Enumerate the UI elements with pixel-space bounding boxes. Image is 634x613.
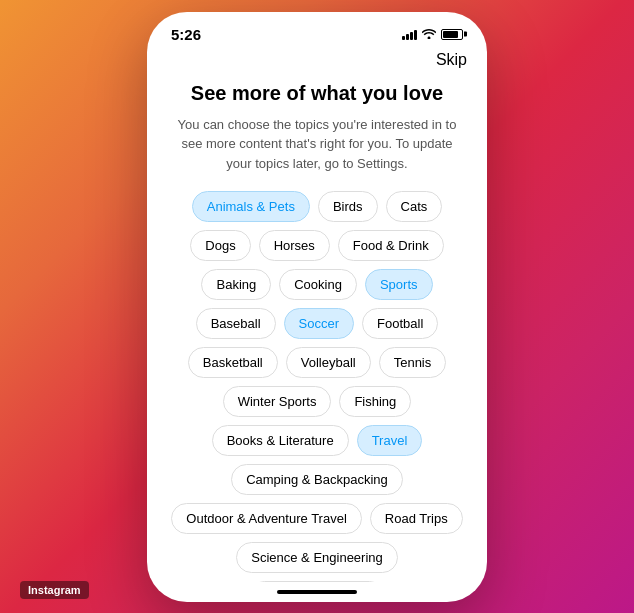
tag-fishing[interactable]: Fishing xyxy=(339,386,411,417)
tag-birds[interactable]: Birds xyxy=(318,191,378,222)
tag-cats[interactable]: Cats xyxy=(386,191,443,222)
page-subtitle: You can choose the topics you're interes… xyxy=(167,115,467,174)
tag-outdoor-adventure-travel[interactable]: Outdoor & Adventure Travel xyxy=(171,503,361,534)
tag-science-engineering[interactable]: Science & Engineering xyxy=(236,542,398,573)
tag-books-literature[interactable]: Books & Literature xyxy=(212,425,349,456)
tag-animals-pets[interactable]: Animals & Pets xyxy=(192,191,310,222)
tag-horses[interactable]: Horses xyxy=(259,230,330,261)
status-icons xyxy=(402,28,463,41)
status-time: 5:26 xyxy=(171,26,201,43)
bottom-bar xyxy=(147,582,487,602)
skip-row: Skip xyxy=(147,49,487,73)
tag-tennis[interactable]: Tennis xyxy=(379,347,447,378)
phone-frame: 5:26 xyxy=(147,12,487,602)
instagram-label: Instagram xyxy=(20,581,89,599)
status-bar: 5:26 xyxy=(147,12,487,49)
main-content: See more of what you love You can choose… xyxy=(147,73,487,582)
tag-sports[interactable]: Sports xyxy=(365,269,433,300)
tag-cooking[interactable]: Cooking xyxy=(279,269,357,300)
tag-road-trips[interactable]: Road Trips xyxy=(370,503,463,534)
tag-camping-backpacking[interactable]: Camping & Backpacking xyxy=(231,464,403,495)
page-title: See more of what you love xyxy=(167,81,467,105)
tag-food-drink[interactable]: Food & Drink xyxy=(338,230,444,261)
tag-travel[interactable]: Travel xyxy=(357,425,423,456)
wifi-icon xyxy=(422,28,436,41)
tags-container: Animals & PetsBirdsCatsDogsHorsesFood & … xyxy=(167,191,467,582)
tag-baking[interactable]: Baking xyxy=(201,269,271,300)
tag-baseball[interactable]: Baseball xyxy=(196,308,276,339)
tag-football[interactable]: Football xyxy=(362,308,438,339)
skip-button[interactable]: Skip xyxy=(436,51,467,69)
tag-basketball[interactable]: Basketball xyxy=(188,347,278,378)
battery-icon xyxy=(441,29,463,40)
tag-soccer[interactable]: Soccer xyxy=(284,308,354,339)
tag-winter-sports[interactable]: Winter Sports xyxy=(223,386,332,417)
tag-dogs[interactable]: Dogs xyxy=(190,230,250,261)
signal-icon xyxy=(402,28,417,40)
tag-volleyball[interactable]: Volleyball xyxy=(286,347,371,378)
home-indicator xyxy=(277,590,357,594)
